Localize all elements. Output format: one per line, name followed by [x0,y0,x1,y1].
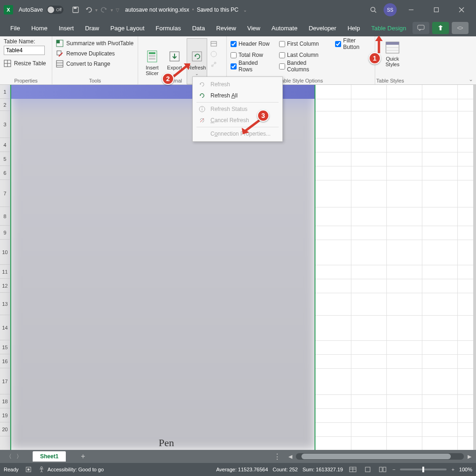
view-page-layout-button[interactable] [363,465,373,474]
minimize-button[interactable] [400,2,422,17]
svg-rect-1 [74,7,77,9]
row-header[interactable]: 18 [0,394,10,408]
tab-home[interactable]: Home [26,20,53,36]
info-icon [198,105,206,113]
autosave-control[interactable]: AutoSave Off [19,6,63,14]
comments-button[interactable] [413,22,429,34]
user-avatar[interactable]: SS [384,3,397,16]
row-header[interactable]: 12 [0,279,10,293]
menu-connection-properties[interactable]: Connection Properties... [193,128,282,139]
maximize-button[interactable] [426,2,447,17]
table-name-input[interactable] [4,46,45,55]
scrollbar-thumb[interactable] [301,454,451,459]
zoom-slider[interactable] [400,469,447,470]
row-header[interactable]: 17 [0,368,10,394]
horizontal-scrollbar[interactable] [296,453,464,460]
tab-table-design[interactable]: Table Design [365,20,412,36]
accessibility-status[interactable]: Accessibility: Good to go [38,466,104,473]
tab-data[interactable]: Data [187,20,210,36]
resize-table-label: Resize Table [14,60,46,67]
prev-sheet-button[interactable]: 〈 [4,453,14,461]
chevron-down-icon[interactable]: ⌄ [243,7,247,13]
menu-refresh-all[interactable]: Refresh All [193,90,282,101]
summarize-pivot-button[interactable]: Summarize with PivotTable [56,38,134,48]
svg-point-2 [371,7,375,12]
accessibility-icon [38,466,45,473]
menu-refresh[interactable]: Refresh [193,79,282,90]
next-sheet-button[interactable]: 〉 [14,453,24,461]
view-normal-button[interactable] [348,465,358,474]
svg-rect-46 [383,467,386,472]
row-header[interactable]: 20 [0,422,10,436]
undo-button[interactable] [82,3,95,16]
scroll-left-button[interactable]: ◀ [287,454,294,460]
redo-button[interactable] [98,3,111,16]
share-button[interactable] [432,22,449,34]
zoom-in-button[interactable]: + [451,467,454,472]
zoom-out-button[interactable]: − [392,467,395,472]
tab-view[interactable]: View [242,20,266,36]
properties-mini-button[interactable] [209,39,218,48]
menu-refresh-status[interactable]: Refresh Status [193,103,282,115]
row-header[interactable]: 9 [0,226,10,240]
vertical-scrollbar[interactable] [473,85,476,450]
open-browser-mini-button[interactable] [209,49,218,59]
unlink-mini-button[interactable] [209,60,218,69]
view-page-break-button[interactable] [378,465,388,474]
row-header[interactable]: 19 [0,408,10,422]
save-button[interactable] [69,3,82,16]
arrow-2-icon [172,62,192,78]
resize-icon [4,60,11,67]
row-header[interactable]: 3 [0,111,10,138]
row-header[interactable]: 6 [0,166,10,180]
zoom-level[interactable]: 100% [459,467,472,472]
tab-developer[interactable]: Developer [303,20,342,36]
tab-formulas[interactable]: Formulas [150,20,187,36]
row-header[interactable]: 14 [0,315,10,340]
row-header[interactable]: 8 [0,207,10,226]
zoom-slider-thumb[interactable] [422,467,424,472]
tab-options-icon[interactable]: ⋮ [273,452,281,461]
banded-rows-checkbox[interactable]: Banded Rows [231,62,271,71]
tab-insert[interactable]: Insert [53,20,80,36]
tab-automate[interactable]: Automate [266,20,303,36]
row-header[interactable]: 7 [0,180,10,207]
tab-help[interactable]: Help [342,20,366,36]
add-sheet-button[interactable]: + [81,452,85,461]
row-header[interactable]: 16 [0,354,10,368]
header-row-checkbox[interactable]: Header Row [231,39,271,48]
row-header[interactable]: 11 [0,265,10,279]
row-header[interactable]: 2 [0,99,10,111]
tab-file[interactable]: File [5,20,26,36]
callout-3: 3 [257,110,269,122]
last-column-checkbox[interactable]: Last Column [279,50,327,60]
close-button[interactable] [451,2,472,17]
remove-duplicates-button[interactable]: Remove Duplicates [56,48,134,59]
tab-review[interactable]: Review [210,20,242,36]
first-column-checkbox[interactable]: First Column [279,39,327,48]
convert-range-button[interactable]: Convert to Range [56,59,134,69]
table-name-label: Table Name: [4,38,48,45]
row-header[interactable]: 5 [0,152,10,166]
row-header[interactable]: 15 [0,340,10,354]
banded-columns-checkbox[interactable]: Banded Columns [279,62,327,71]
total-row-checkbox[interactable]: Total Row [231,50,271,60]
search-button[interactable] [367,3,380,16]
autosave-toggle[interactable]: Off [47,6,63,14]
row-header[interactable]: 4 [0,138,10,152]
mode-switch-button[interactable] [452,22,469,34]
row-header[interactable]: 13 [0,293,10,315]
row-header[interactable]: 1 [0,85,10,99]
scroll-right-button[interactable]: ▶ [466,454,473,460]
filter-button-checkbox[interactable]: Filter Button [335,39,371,48]
macro-record-icon[interactable] [25,466,32,473]
row-header[interactable]: 10 [0,240,10,265]
pen-partial-text: Pen [159,437,174,449]
status-sum: Sum: 1613327.19 [302,467,343,472]
tab-page-layout[interactable]: Page Layout [105,20,150,36]
tab-draw[interactable]: Draw [79,20,105,36]
sheet-tab-active[interactable]: Sheet1 [33,451,66,462]
menu-separator [196,102,279,103]
collapse-ribbon-button[interactable]: ⌄ [469,76,473,83]
resize-table-button[interactable]: Resize Table [4,60,48,67]
